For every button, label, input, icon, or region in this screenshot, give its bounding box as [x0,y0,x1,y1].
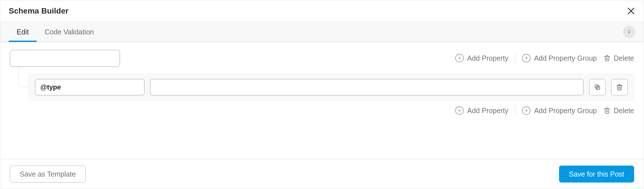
add-property-button[interactable]: Add Property [455,106,508,115]
save-post-button[interactable]: Save for this Post [559,166,634,183]
info-button[interactable] [623,26,635,38]
tab-edit[interactable]: Edit [17,22,29,42]
plus-icon [455,106,464,115]
add-property-button[interactable]: Add Property [455,54,508,62]
duplicate-button[interactable] [589,79,606,95]
tab-code-validation[interactable]: Code Validation [45,22,94,42]
close-button[interactable] [627,7,635,15]
add-property-label: Add Property [467,107,508,115]
delete-button[interactable]: Delete [604,54,634,62]
plus-icon [455,54,464,62]
plus-icon [522,54,531,62]
property-value-input[interactable] [150,79,584,95]
add-property-group-button[interactable]: Add Property Group [522,106,597,115]
save-template-button[interactable]: Save as Template [10,166,86,183]
root-row: Add Property Add Property Group Delet [10,50,634,67]
header: Schema Builder [0,0,644,22]
add-property-group-label: Add Property Group [534,54,597,62]
schema-builder-panel: Schema Builder Edit Code Validation [0,0,644,189]
separator [515,53,515,63]
action-row-bottom: Add Property Add Property Group Delete [10,106,634,115]
separator [515,106,515,115]
trash-icon [604,107,610,115]
delete-property-button[interactable] [611,79,628,95]
property-group [18,74,634,101]
save-post-label: Save for this Post [569,170,624,178]
editor-area: Add Property Add Property Group Delet [0,42,644,159]
page-title: Schema Builder [9,6,69,16]
close-icon [627,7,635,15]
add-property-label: Add Property [467,54,508,62]
footer: Save as Template Save for this Post [0,159,644,189]
add-property-group-button[interactable]: Add Property Group [522,54,597,62]
delete-label: Delete [614,54,634,62]
svg-rect-3 [629,32,630,34]
delete-label: Delete [614,107,634,115]
svg-point-2 [628,30,629,31]
tabs: Edit Code Validation [9,22,94,42]
copy-icon [594,84,601,91]
delete-button[interactable]: Delete [604,107,634,115]
tree-connector [18,67,634,74]
add-property-group-label: Add Property Group [534,107,597,115]
trash-icon [604,54,610,62]
schema-root-input[interactable] [10,50,120,67]
action-row-top: Add Property Add Property Group Delet [126,53,634,63]
trash-icon [616,84,623,91]
tab-edit-label: Edit [17,28,29,36]
info-icon [626,29,632,35]
tabs-bar: Edit Code Validation [0,22,644,42]
property-row [29,74,634,101]
save-template-label: Save as Template [20,170,76,178]
property-key-input[interactable] [35,79,144,95]
plus-icon [522,106,531,115]
tab-code-validation-label: Code Validation [45,28,94,36]
